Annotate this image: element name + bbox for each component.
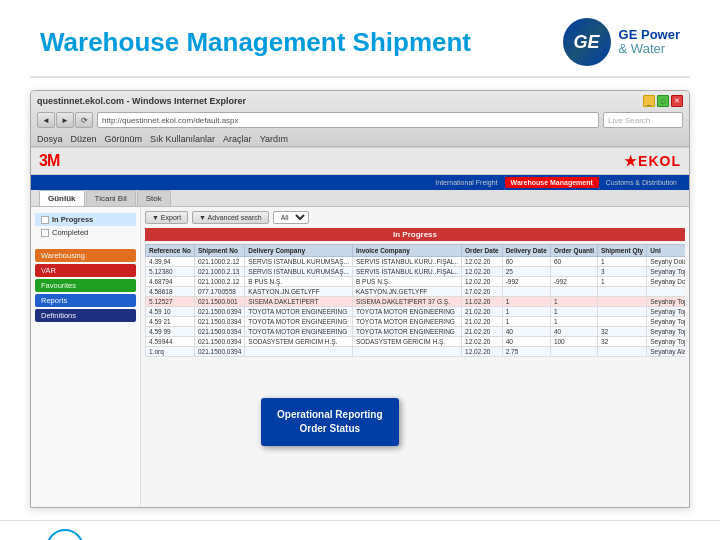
col-order-date: Order Date	[462, 245, 503, 257]
page-title: Warehouse Management Shipment	[40, 27, 471, 58]
minimize-button[interactable]: _	[643, 95, 655, 107]
table-row: 4.58618077.1700558KASTYON.JN.GETLYFFKAST…	[146, 287, 686, 297]
advanced-search-button[interactable]: ▼ Advanced search	[192, 211, 269, 224]
main-content-area: ▼ Export ▼ Advanced search All 25 50 In …	[141, 207, 689, 506]
table-row: 4.39,94021.1000.2.12SERVIS ISTANBUL KURU…	[146, 257, 686, 267]
col-ship-qty: Shipment Qty	[597, 245, 646, 257]
sidebar-item-reports[interactable]: Reports	[35, 294, 136, 307]
in-progress-label: In Progress	[145, 228, 685, 241]
address-bar[interactable]: http://questinnet.ekol.com/default.aspx	[97, 112, 599, 128]
close-button[interactable]: ✕	[671, 95, 683, 107]
forward-button[interactable]: ►	[56, 112, 74, 128]
tab-gunluk[interactable]: Günlük	[39, 190, 85, 206]
nav-warehouse-management[interactable]: Warehouse Management	[505, 177, 599, 188]
app-header: 3M ★EKOL	[31, 148, 689, 175]
nav-international-freight[interactable]: International Freight	[429, 177, 503, 188]
svg-point-0	[47, 530, 83, 540]
tab-ticani[interactable]: Ticani Bil	[86, 190, 136, 206]
browser-chrome: questinnet.ekol.com - Windows Internet E…	[31, 91, 689, 147]
menu-gorunum[interactable]: Görünüm	[105, 134, 143, 144]
sidebar-colored-section: Warehousing VAR Favourites Reports Defin…	[31, 249, 140, 322]
top-navigation: International Freight Warehouse Manageme…	[31, 175, 689, 190]
col-invoice-company: Invoice Company	[352, 245, 461, 257]
ge-circle-icon: GE	[563, 18, 611, 66]
logistics-icon	[45, 528, 85, 540]
sidebar-item-var[interactable]: VAR	[35, 264, 136, 277]
menu-sikkullan[interactable]: Sık Kullanılanlar	[150, 134, 215, 144]
refresh-button[interactable]: ⟳	[75, 112, 93, 128]
table-body: 4.39,94021.1000.2.12SERVIS ISTANBUL KURU…	[146, 257, 686, 357]
3m-logo: 3M	[39, 152, 59, 170]
menu-yardim[interactable]: Yardım	[260, 134, 288, 144]
browser-window: questinnet.ekol.com - Windows Internet E…	[30, 90, 690, 508]
operational-reporting-popup[interactable]: Operational Reporting Order Status	[261, 398, 399, 446]
content-toolbar: ▼ Export ▼ Advanced search All 25 50	[145, 211, 685, 224]
app-content: 3M ★EKOL International Freight Warehouse…	[31, 147, 689, 507]
sidebar-item-completed[interactable]: Completed	[35, 226, 136, 239]
browser-menu: Dosya Düzen Görünüm Sık Kullanılanlar Ar…	[37, 132, 683, 146]
sidebar-item-definitions[interactable]: Definitions	[35, 309, 136, 322]
rows-select[interactable]: All 25 50	[273, 211, 309, 224]
browser-controls: _ □ ✕	[643, 95, 683, 107]
app-tabs: Günlük Ticani Bil Stok	[31, 190, 689, 207]
table-row: 5.12380021.1000.2.13SERVIS ISTANBUL KURU…	[146, 267, 686, 277]
table-row: 4.59 21021.1500.0394TOYOTA MOTOR ENGINEE…	[146, 317, 686, 327]
page-header: Warehouse Management Shipment GE GE Powe…	[0, 0, 720, 76]
col-uni: Uni	[647, 245, 685, 257]
maximize-button[interactable]: □	[657, 95, 669, 107]
table-row: 4.59944021.1500.0394SODASYSTEM GERICIM H…	[146, 337, 686, 347]
footer-logo-left	[40, 528, 90, 540]
sidebar-checkable-section: In Progress Completed	[31, 211, 140, 241]
col-reference: Reference No	[146, 245, 195, 257]
back-button[interactable]: ◄	[37, 112, 55, 128]
col-delivery-date: Delivery Date	[502, 245, 550, 257]
table-row: 4.68794021.1000.2.12B PUS N.Ş.B PUS N.Ş.…	[146, 277, 686, 287]
menu-duzen[interactable]: Düzen	[71, 134, 97, 144]
col-shipment: Shipment No	[194, 245, 244, 257]
checkbox-in-progress[interactable]	[41, 216, 49, 224]
table-row: 4.59 99021.1500.0394TOYOTA MOTOR ENGINEE…	[146, 327, 686, 337]
menu-dosya[interactable]: Dosya	[37, 134, 63, 144]
table-header-row: Reference No Shipment No Delivery Compan…	[146, 245, 686, 257]
table-container[interactable]: Reference No Shipment No Delivery Compan…	[145, 244, 685, 357]
header-divider	[30, 76, 690, 78]
ge-logo: GE GE Power & Water	[563, 18, 680, 66]
browser-title-bar: questinnet.ekol.com - Windows Internet E…	[37, 95, 683, 107]
table-row: 4.59 10021.1500.0394TOYOTA MOTOR ENGINEE…	[146, 307, 686, 317]
sidebar-item-in-progress[interactable]: In Progress	[35, 213, 136, 226]
nav-customs-distribution[interactable]: Customs & Distribution	[600, 177, 683, 188]
nav-arrows: ◄ ► ⟳	[37, 112, 93, 128]
sidebar-item-favourites[interactable]: Favourites	[35, 279, 136, 292]
export-button[interactable]: ▼ Export	[145, 211, 188, 224]
ge-brand-text: GE Power & Water	[619, 28, 680, 57]
page-footer: logistics for a better world ★EKOL	[0, 520, 720, 540]
browser-search[interactable]: Live Search	[603, 112, 683, 128]
table-row: 5.12527021.1500.001SISEMA DAKLETIPERTSIS…	[146, 297, 686, 307]
ekol-logo: ★EKOL	[624, 153, 681, 169]
col-delivery-company: Delivery Company	[245, 245, 353, 257]
browser-title: questinnet.ekol.com - Windows Internet E…	[37, 96, 246, 106]
menu-araclar[interactable]: Araçlar	[223, 134, 252, 144]
sidebar-item-warehousing[interactable]: Warehousing	[35, 249, 136, 262]
tab-stok[interactable]: Stok	[137, 190, 171, 206]
col-order-qty: Order Quanti	[550, 245, 597, 257]
main-layout: In Progress Completed Warehousing VAR Fa…	[31, 207, 689, 506]
table-row: 1.orq021.1500.039412.02.202.75Seyahay Al…	[146, 347, 686, 357]
sidebar: In Progress Completed Warehousing VAR Fa…	[31, 207, 141, 506]
browser-nav: ◄ ► ⟳ http://questinnet.ekol.com/default…	[37, 110, 683, 132]
checkbox-completed[interactable]	[41, 229, 49, 237]
data-table: Reference No Shipment No Delivery Compan…	[145, 244, 685, 357]
